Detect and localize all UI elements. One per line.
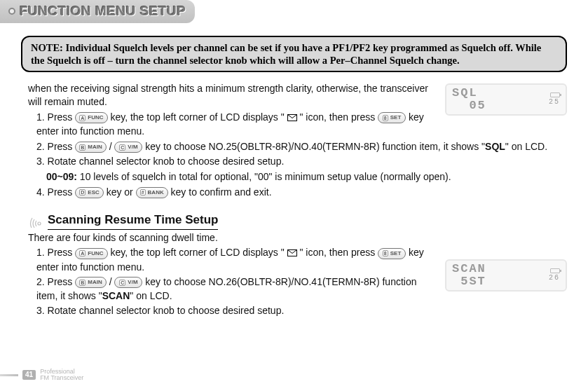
key-b-main: B MAIN (75, 142, 107, 153)
lcd-scan-num: 26 (549, 274, 560, 282)
key-c-vm: C V/M (114, 142, 142, 153)
key-8-set: 8 SET (378, 248, 406, 259)
section2-step1: 1. Press A FUNC key, the top left corner… (28, 246, 437, 274)
key-hash-bank: # BANK (136, 187, 168, 198)
section1-intro: when the receiving signal strength hits … (28, 82, 437, 109)
section2-heading: Scanning Resume Time Setup (28, 212, 567, 230)
battery-icon (550, 268, 560, 273)
battery-icon (550, 92, 560, 97)
key-a-func: A FUNC (75, 248, 107, 259)
section2-intro: There are four kinds of scanning dwell t… (28, 231, 437, 245)
page-number: 41 (22, 370, 36, 380)
lcd-sql: SQL 05 25 (445, 83, 567, 116)
page-footer: 41 Professional FM Transceiver (0, 369, 588, 381)
note-box: NOTE: Individual Squelch levels per chan… (21, 36, 567, 72)
section2-step2: 2. Press B MAIN / C V/M key to choose NO… (28, 275, 437, 303)
signal-icon (28, 214, 43, 228)
key-c-vm: C V/M (114, 277, 142, 288)
lcd-sql-main: SQL 05 (452, 87, 486, 112)
section2-text: There are four kinds of scanning dwell t… (28, 231, 437, 320)
page-header: FUNCTION MENU SETUP (0, 0, 195, 23)
section1-step2: 2. Press B MAIN / C V/M key to choose NO… (28, 140, 567, 154)
lcd-scan: SCAN 5ST 26 (445, 259, 567, 292)
section2-step3: 3. Rotate channel selector knob to choos… (28, 304, 437, 318)
envelope-icon (287, 111, 297, 125)
section1-step1: 1. Press A FUNC key, the top left corner… (28, 111, 437, 139)
key-b-main: B MAIN (75, 277, 107, 288)
lcd-scan-main: SCAN 5ST (452, 263, 486, 288)
footer-product: Professional FM Transceiver (40, 369, 83, 381)
note-prefix: NOTE: (31, 42, 63, 53)
section1-step3-detail: 00~09: 10 levels of squelch in total for… (28, 170, 567, 184)
page-title: FUNCTION MENU SETUP (8, 2, 186, 21)
lcd-sql-num: 25 (549, 98, 560, 106)
footer-bar (0, 374, 18, 376)
section1-step3: 3. Rotate channel selector knob to choos… (28, 155, 567, 169)
envelope-icon (287, 247, 297, 261)
key-8-set: 8 SET (378, 112, 406, 123)
key-a-func: A FUNC (75, 112, 107, 123)
section2-title: Scanning Resume Time Setup (48, 212, 218, 230)
note-text: Individual Squelch levels per channel ca… (31, 42, 541, 66)
key-d-esc: D ESC (75, 187, 104, 198)
svg-point-1 (38, 222, 41, 225)
section1-step4: 4. Press D ESC key or # BANK key to conf… (28, 186, 567, 200)
section1-text: when the receiving signal strength hits … (28, 82, 437, 140)
